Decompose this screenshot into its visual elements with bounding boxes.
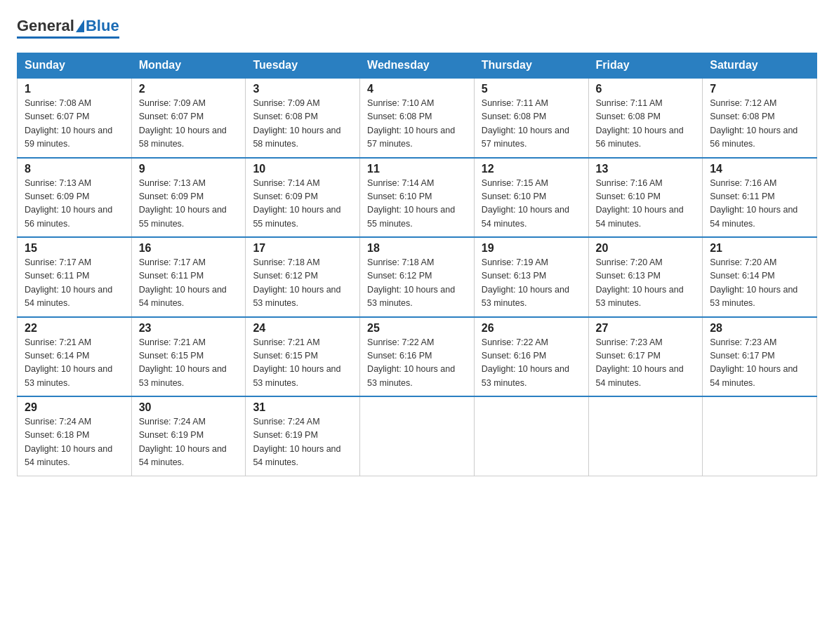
day-number: 20 — [596, 242, 696, 255]
day-info: Sunrise: 7:14 AMSunset: 6:10 PMDaylight:… — [367, 177, 467, 232]
calendar-cell: 9 Sunrise: 7:13 AMSunset: 6:09 PMDayligh… — [131, 158, 246, 238]
day-number: 11 — [367, 163, 467, 175]
calendar-cell — [703, 396, 817, 476]
day-number: 3 — [253, 83, 352, 95]
week-row-3: 15 Sunrise: 7:17 AMSunset: 6:11 PMDaylig… — [18, 237, 817, 317]
day-info: Sunrise: 7:22 AMSunset: 6:16 PMDaylight:… — [482, 336, 581, 391]
logo-underline — [17, 36, 119, 39]
day-info: Sunrise: 7:22 AMSunset: 6:16 PMDaylight:… — [367, 336, 467, 391]
day-number: 18 — [367, 242, 467, 255]
day-info: Sunrise: 7:20 AMSunset: 6:14 PMDaylight:… — [710, 256, 809, 311]
week-row-5: 29 Sunrise: 7:24 AMSunset: 6:18 PMDaylig… — [18, 396, 817, 476]
day-info: Sunrise: 7:12 AMSunset: 6:08 PMDaylight:… — [710, 97, 809, 152]
day-number: 24 — [253, 322, 352, 335]
calendar-cell: 21 Sunrise: 7:20 AMSunset: 6:14 PMDaylig… — [703, 237, 817, 317]
day-number: 13 — [596, 163, 696, 175]
day-info: Sunrise: 7:11 AMSunset: 6:08 PMDaylight:… — [482, 97, 581, 152]
day-info: Sunrise: 7:11 AMSunset: 6:08 PMDaylight:… — [596, 97, 696, 152]
day-info: Sunrise: 7:18 AMSunset: 6:12 PMDaylight:… — [253, 256, 352, 311]
calendar-header-row: SundayMondayTuesdayWednesdayThursdayFrid… — [18, 53, 817, 79]
logo-general-text: General — [17, 17, 74, 35]
day-info: Sunrise: 7:18 AMSunset: 6:12 PMDaylight:… — [367, 256, 467, 311]
day-number: 10 — [253, 163, 352, 175]
calendar-cell: 16 Sunrise: 7:17 AMSunset: 6:11 PMDaylig… — [131, 237, 246, 317]
day-info: Sunrise: 7:16 AMSunset: 6:11 PMDaylight:… — [710, 177, 809, 232]
day-info: Sunrise: 7:23 AMSunset: 6:17 PMDaylight:… — [596, 336, 696, 391]
day-info: Sunrise: 7:20 AMSunset: 6:13 PMDaylight:… — [596, 256, 696, 311]
calendar-cell: 19 Sunrise: 7:19 AMSunset: 6:13 PMDaylig… — [474, 237, 588, 317]
calendar-cell: 7 Sunrise: 7:12 AMSunset: 6:08 PMDayligh… — [703, 78, 817, 158]
week-row-2: 8 Sunrise: 7:13 AMSunset: 6:09 PMDayligh… — [18, 158, 817, 238]
calendar-cell: 23 Sunrise: 7:21 AMSunset: 6:15 PMDaylig… — [131, 317, 246, 397]
day-number: 31 — [253, 401, 352, 414]
week-row-4: 22 Sunrise: 7:21 AMSunset: 6:14 PMDaylig… — [18, 317, 817, 397]
day-number: 27 — [596, 322, 696, 335]
day-header-saturday: Saturday — [703, 53, 817, 79]
page-header: General Blue — [17, 17, 817, 39]
day-info: Sunrise: 7:14 AMSunset: 6:09 PMDaylight:… — [253, 177, 352, 232]
day-number: 12 — [482, 163, 581, 175]
calendar-cell: 18 Sunrise: 7:18 AMSunset: 6:12 PMDaylig… — [360, 237, 475, 317]
day-number: 4 — [367, 83, 467, 95]
day-header-thursday: Thursday — [474, 53, 588, 79]
day-number: 5 — [482, 83, 581, 95]
calendar-cell: 28 Sunrise: 7:23 AMSunset: 6:17 PMDaylig… — [703, 317, 817, 397]
calendar-cell: 15 Sunrise: 7:17 AMSunset: 6:11 PMDaylig… — [18, 237, 132, 317]
calendar-cell — [588, 396, 703, 476]
calendar-cell: 2 Sunrise: 7:09 AMSunset: 6:07 PMDayligh… — [131, 78, 246, 158]
day-number: 1 — [25, 83, 124, 95]
calendar-cell: 12 Sunrise: 7:15 AMSunset: 6:10 PMDaylig… — [474, 158, 588, 238]
calendar-cell: 25 Sunrise: 7:22 AMSunset: 6:16 PMDaylig… — [360, 317, 475, 397]
day-number: 9 — [139, 163, 239, 175]
day-number: 15 — [25, 242, 124, 255]
day-info: Sunrise: 7:13 AMSunset: 6:09 PMDaylight:… — [139, 177, 239, 232]
calendar-cell — [360, 396, 475, 476]
day-number: 30 — [139, 401, 239, 414]
calendar-cell: 29 Sunrise: 7:24 AMSunset: 6:18 PMDaylig… — [18, 396, 132, 476]
day-info: Sunrise: 7:16 AMSunset: 6:10 PMDaylight:… — [596, 177, 696, 232]
day-info: Sunrise: 7:09 AMSunset: 6:07 PMDaylight:… — [139, 97, 239, 152]
logo-triangle-icon — [76, 20, 84, 32]
day-info: Sunrise: 7:24 AMSunset: 6:18 PMDaylight:… — [25, 415, 124, 470]
day-info: Sunrise: 7:17 AMSunset: 6:11 PMDaylight:… — [139, 256, 239, 311]
day-header-monday: Monday — [131, 53, 246, 79]
day-header-tuesday: Tuesday — [246, 53, 360, 79]
day-info: Sunrise: 7:21 AMSunset: 6:14 PMDaylight:… — [25, 336, 124, 391]
calendar-cell: 22 Sunrise: 7:21 AMSunset: 6:14 PMDaylig… — [18, 317, 132, 397]
calendar-cell: 4 Sunrise: 7:10 AMSunset: 6:08 PMDayligh… — [360, 78, 475, 158]
calendar-cell: 1 Sunrise: 7:08 AMSunset: 6:07 PMDayligh… — [18, 78, 132, 158]
day-number: 26 — [482, 322, 581, 335]
day-number: 22 — [25, 322, 124, 335]
day-info: Sunrise: 7:09 AMSunset: 6:08 PMDaylight:… — [253, 97, 352, 152]
calendar-cell: 27 Sunrise: 7:23 AMSunset: 6:17 PMDaylig… — [588, 317, 703, 397]
day-number: 16 — [139, 242, 239, 255]
day-info: Sunrise: 7:17 AMSunset: 6:11 PMDaylight:… — [25, 256, 124, 311]
calendar-cell: 30 Sunrise: 7:24 AMSunset: 6:19 PMDaylig… — [131, 396, 246, 476]
calendar-cell: 24 Sunrise: 7:21 AMSunset: 6:15 PMDaylig… — [246, 317, 360, 397]
day-info: Sunrise: 7:21 AMSunset: 6:15 PMDaylight:… — [139, 336, 239, 391]
calendar-cell: 8 Sunrise: 7:13 AMSunset: 6:09 PMDayligh… — [18, 158, 132, 238]
calendar-table: SundayMondayTuesdayWednesdayThursdayFrid… — [17, 53, 817, 476]
calendar-cell: 31 Sunrise: 7:24 AMSunset: 6:19 PMDaylig… — [246, 396, 360, 476]
day-info: Sunrise: 7:19 AMSunset: 6:13 PMDaylight:… — [482, 256, 581, 311]
week-row-1: 1 Sunrise: 7:08 AMSunset: 6:07 PMDayligh… — [18, 78, 817, 158]
calendar-cell: 10 Sunrise: 7:14 AMSunset: 6:09 PMDaylig… — [246, 158, 360, 238]
day-header-wednesday: Wednesday — [360, 53, 475, 79]
calendar-cell — [474, 396, 588, 476]
day-number: 28 — [710, 322, 809, 335]
day-info: Sunrise: 7:21 AMSunset: 6:15 PMDaylight:… — [253, 336, 352, 391]
day-info: Sunrise: 7:15 AMSunset: 6:10 PMDaylight:… — [482, 177, 581, 232]
day-number: 23 — [139, 322, 239, 335]
logo-blue-text: Blue — [86, 17, 119, 35]
day-info: Sunrise: 7:24 AMSunset: 6:19 PMDaylight:… — [139, 415, 239, 470]
calendar-cell: 26 Sunrise: 7:22 AMSunset: 6:16 PMDaylig… — [474, 317, 588, 397]
day-info: Sunrise: 7:23 AMSunset: 6:17 PMDaylight:… — [710, 336, 809, 391]
day-header-friday: Friday — [588, 53, 703, 79]
calendar-cell: 11 Sunrise: 7:14 AMSunset: 6:10 PMDaylig… — [360, 158, 475, 238]
calendar-cell: 17 Sunrise: 7:18 AMSunset: 6:12 PMDaylig… — [246, 237, 360, 317]
day-number: 17 — [253, 242, 352, 255]
calendar-cell: 6 Sunrise: 7:11 AMSunset: 6:08 PMDayligh… — [588, 78, 703, 158]
day-number: 8 — [25, 163, 124, 175]
day-number: 19 — [482, 242, 581, 255]
day-number: 25 — [367, 322, 467, 335]
